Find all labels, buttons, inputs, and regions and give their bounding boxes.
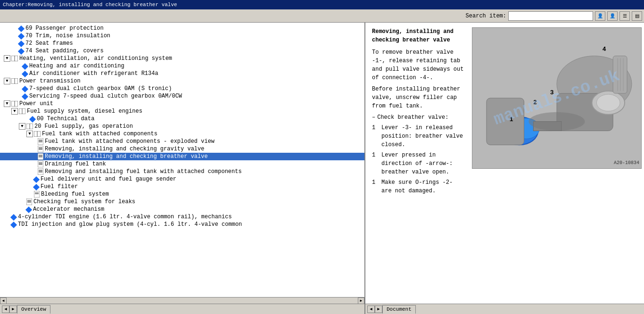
svg-rect-32 <box>34 191 40 198</box>
tree-item-label: Power unit <box>19 100 53 107</box>
book-icon <box>26 124 33 129</box>
tree-item[interactable]: Fuel filter <box>0 183 364 190</box>
scroll-right-btn[interactable]: ▶ <box>358 297 364 304</box>
expand-icon[interactable]: ▼ <box>4 78 10 84</box>
tree-item[interactable]: Fuel delivery unit and fuel gauge sender <box>0 175 364 183</box>
book-icon <box>11 78 18 84</box>
svg-rect-47 <box>613 56 627 93</box>
tree-item[interactable]: 72 Seat frames <box>0 40 364 47</box>
doc-icon <box>38 146 43 152</box>
main-container: 69 Passenger protection 70 Trim, noise i… <box>0 23 644 304</box>
tree-item[interactable]: 69 Passenger protection <box>0 25 364 32</box>
tree-item[interactable]: Removing and installing fuel tank with a… <box>0 168 364 175</box>
book-icon <box>34 131 41 137</box>
nav-next-btn[interactable]: ▶ <box>9 306 17 313</box>
callout-4: 4 <box>603 45 606 54</box>
doc-icon <box>38 168 43 175</box>
tree-item[interactable]: Accelerator mechanism <box>0 206 364 213</box>
status-bar: ◀ ▶ Overview ◀ ▶ Document <box>0 304 644 314</box>
tree-item[interactable]: 00 Technical data <box>0 115 364 123</box>
right-panel: Removing, installing and checking breath… <box>365 23 644 304</box>
expand-icon[interactable]: ▼ <box>19 123 25 130</box>
diamond-icon <box>33 183 40 190</box>
tree-item[interactable]: Air conditioner with refrigerant R134a <box>0 70 364 77</box>
tree-item-label: Removing and installing fuel tank with a… <box>45 168 242 175</box>
search-input[interactable] <box>508 11 593 21</box>
tree-item[interactable]: ▼ Power transmission <box>0 77 364 85</box>
number: 1 <box>372 178 380 195</box>
expand-spacer <box>15 70 22 77</box>
tree-item-label: Fuel tank with attached components - exp… <box>45 138 215 145</box>
scroll-track[interactable] <box>7 297 358 304</box>
toolbar: Search item: 👤 👤 ☰ ▤ <box>0 9 644 23</box>
document-tab[interactable]: Document <box>382 305 416 314</box>
expand-spacer <box>11 48 18 54</box>
tree-item[interactable]: 4-cylinder TDI engine (1.6 ltr. 4-valve … <box>0 213 364 221</box>
diamond-icon <box>18 40 25 47</box>
svg-point-46 <box>596 94 620 111</box>
tree-item[interactable]: ▼ Fuel tank with attached components <box>0 130 364 138</box>
expand-icon[interactable]: ▼ <box>4 100 10 107</box>
expand-spacer <box>4 221 10 228</box>
diamond-icon <box>29 116 36 122</box>
tree-item[interactable]: TDI injection and glow plug system (4-cy… <box>0 221 364 228</box>
doc-nav-prev-btn[interactable]: ◀ <box>367 306 375 313</box>
scroll-left-btn[interactable]: ◀ <box>0 297 7 304</box>
tree-item-label: Removing, installing and checking gravit… <box>45 146 204 152</box>
diamond-icon <box>18 48 25 54</box>
tree-item-label: 70 Trim, noise insulation <box>25 33 110 39</box>
tree-item-label: Fuel supply system, diesel engines <box>27 108 142 115</box>
doc-text-area: Removing, installing and checking breath… <box>372 27 466 299</box>
expand-spacer <box>11 33 18 39</box>
search-options-btn[interactable]: ☰ <box>619 11 630 21</box>
tree-item[interactable]: ▼ Fuel supply system, diesel engines <box>0 107 364 115</box>
expand-icon[interactable]: ▼ <box>4 55 10 62</box>
horizontal-scrollbar[interactable]: ◀ ▶ <box>0 297 364 304</box>
expand-icon[interactable]: ▼ <box>11 108 18 115</box>
tree-item[interactable]: Servicing 7-speed dual clutch gearbox 0A… <box>0 92 364 100</box>
nav-prev-btn[interactable]: ◀ <box>2 306 9 313</box>
engine-svg <box>472 28 641 168</box>
tree-item[interactable]: Removing, installing and checking gravit… <box>0 145 364 153</box>
tree-item[interactable]: ▼ 20 Fuel supply, gas operation <box>0 123 364 130</box>
svg-rect-35 <box>26 198 32 205</box>
tree-item-label: Fuel tank with attached components <box>42 131 157 137</box>
svg-rect-12 <box>38 138 43 145</box>
overview-tab[interactable]: Overview <box>17 305 50 314</box>
number: 1 <box>372 124 380 149</box>
diamond-icon <box>18 25 25 32</box>
expand-spacer <box>26 183 33 190</box>
search-extra-btn[interactable]: ▤ <box>632 11 642 21</box>
doc-icon <box>38 153 43 160</box>
search-user-btn[interactable]: 👤 <box>595 11 605 21</box>
diamond-icon <box>25 206 32 213</box>
book-icon <box>11 56 18 61</box>
tree-item[interactable]: Heating and air conditioning <box>0 62 364 70</box>
tree-item[interactable]: Fuel tank with attached components - exp… <box>0 138 364 145</box>
engine-image: 1 2 3 4 manuals.co.uk A20-10834 <box>472 27 642 169</box>
expand-spacer <box>11 25 18 32</box>
doc-nav-next-btn[interactable]: ▶ <box>375 306 382 313</box>
tree-item[interactable]: Checking fuel system for leaks <box>0 198 364 206</box>
tree-item[interactable]: 7-speed dual clutch gearbox 0AM (S troni… <box>0 85 364 92</box>
tree-item-label: 20 Fuel supply, gas operation <box>34 123 133 130</box>
tree-item[interactable]: 70 Trim, noise insulation <box>0 32 364 40</box>
tree-item[interactable]: ▼ Heating, ventilation, air conditioning… <box>0 55 364 62</box>
tree-item[interactable]: 74 Seat padding, covers <box>0 47 364 55</box>
svg-rect-16 <box>38 146 43 152</box>
left-panel: 69 Passenger protection 70 Trim, noise i… <box>0 23 365 304</box>
tree-item[interactable]: Draining fuel tank <box>0 160 364 168</box>
search-next-btn[interactable]: 👤 <box>607 11 618 21</box>
tree-container[interactable]: 69 Passenger protection 70 Trim, noise i… <box>0 23 364 297</box>
tree-item[interactable]: ▼ Power unit <box>0 100 364 107</box>
status-right: ◀ ▶ Document <box>365 304 644 314</box>
book-icon <box>11 101 18 107</box>
diamond-icon <box>22 70 28 77</box>
tree-item-label: Servicing 7-speed dual clutch gearbox 0A… <box>29 93 182 99</box>
doc-paragraph: Before installing breather valve, unscre… <box>372 85 466 110</box>
expand-icon[interactable]: ▼ <box>26 131 33 137</box>
diamond-icon <box>22 85 28 92</box>
numbered-text: Lever pressed in direction of -arrow-: b… <box>381 151 466 176</box>
tree-item[interactable]: Removing, installing and checking breath… <box>0 153 364 160</box>
tree-item[interactable]: Bleeding fuel system <box>0 190 364 198</box>
